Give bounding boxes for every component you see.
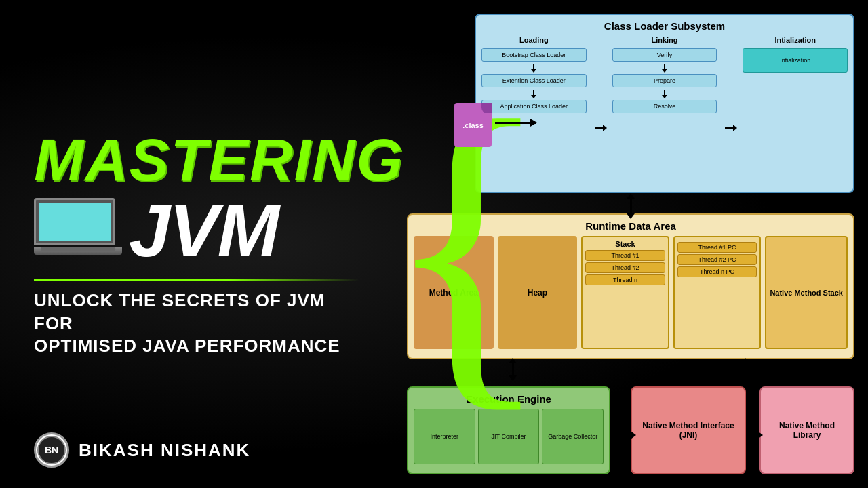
arr-right — [631, 431, 636, 439]
arrow-down-head — [627, 214, 635, 219]
arrow-down3 — [741, 375, 749, 381]
threadn-box: Thread n — [585, 274, 665, 285]
linking-arrow2 — [664, 90, 665, 96]
left-panel: MASTERING JVM UNLOCK THE SECRETS OF JVM … — [0, 0, 393, 488]
arrow-down2 — [509, 375, 517, 381]
native-to-library-arrow — [749, 431, 763, 439]
laptop-jvm-row: JVM — [34, 193, 359, 268]
stack-box: Stack Thread #1 Thread #2 Thread n — [581, 236, 669, 349]
loading-title: Loading — [519, 36, 549, 44]
resolve-box: Resolve — [612, 100, 717, 113]
arr-left — [612, 431, 617, 439]
class-file-icon: .class — [454, 103, 492, 147]
init-box: Intialization — [743, 48, 848, 73]
pc-threadn: Thread n PC — [677, 266, 757, 277]
native-method-stack-label: Native Method Stack — [770, 289, 843, 297]
shaft3 — [745, 363, 747, 375]
laptop-screen-inner — [39, 203, 111, 241]
class-to-loader-arrow — [495, 122, 536, 124]
shaft2 — [512, 363, 514, 375]
prepare-box: Prepare — [612, 74, 717, 87]
subtitle-line1: UNLOCK THE SECRETS OF JVM FOR — [34, 290, 325, 333]
arr-h-shaft — [617, 434, 631, 436]
pc-box: Thread #1 PC Thread #2 PC Thread n PC — [673, 236, 762, 349]
thread1-box: Thread #1 — [585, 250, 665, 261]
arrow-up3 — [741, 358, 749, 363]
divider-line — [34, 279, 359, 281]
init-title: Intialization — [774, 36, 816, 44]
exec-to-native-arrow — [612, 431, 636, 439]
jvm-title: JVM — [129, 193, 278, 268]
native-interface-label: Native Method Interface (JNI) — [637, 421, 739, 440]
arrow-up-head — [627, 193, 635, 199]
author-logo: BN — [34, 432, 69, 468]
mastering-title: MASTERING — [34, 130, 359, 190]
loading-to-linking-arrow — [592, 36, 607, 183]
laptop-icon — [34, 198, 122, 262]
class-loader-title: Class Loader Subsystem — [481, 20, 848, 32]
pc-thread2: Thread #2 PC — [677, 254, 757, 265]
author-name: BIKASH NISHANK — [79, 440, 250, 461]
native-interface-box: Native Method Interface (JNI) — [631, 386, 746, 474]
laptop-base — [34, 247, 122, 255]
arr-h-shaft2 — [749, 434, 757, 436]
cl-to-runtime-arrow — [627, 193, 635, 219]
init-section: Intialization Intialization — [743, 36, 848, 73]
author-row: BN BIKASH NISHANK — [34, 432, 250, 468]
linking-arrow1 — [664, 64, 665, 70]
laptop-keyboard — [41, 247, 115, 251]
arr-right2 — [757, 431, 763, 439]
subtitle-line2: OPTIMISED JAVA PERFORMANCE — [34, 336, 340, 356]
runtime-to-native-arrow — [741, 358, 749, 381]
native-method-stack-box: Native Method Stack — [765, 236, 848, 349]
arrow-shaft — [630, 199, 632, 214]
native-library-label: Native Method Library — [766, 421, 848, 440]
pc-thread1: Thread #1 PC — [677, 242, 757, 253]
thread2-box: Thread #2 — [585, 262, 665, 273]
stack-title: Stack — [585, 240, 665, 248]
subtitle: UNLOCK THE SECRETS OF JVM FOR OPTIMISED … — [34, 289, 359, 358]
verify-box: Verify — [612, 48, 717, 62]
class-file-label: .class — [462, 121, 484, 129]
arrow-up2 — [509, 358, 517, 363]
laptop-screen — [34, 198, 115, 245]
native-library-box: Native Method Library — [760, 386, 854, 474]
linking-title: Linking — [651, 36, 677, 44]
linking-section: Linking Verify Prepare Resolve — [612, 36, 717, 116]
svg-text:BN: BN — [45, 445, 58, 455]
runtime-to-exec-arrow — [509, 358, 517, 381]
linking-to-init-arrow — [722, 36, 737, 183]
